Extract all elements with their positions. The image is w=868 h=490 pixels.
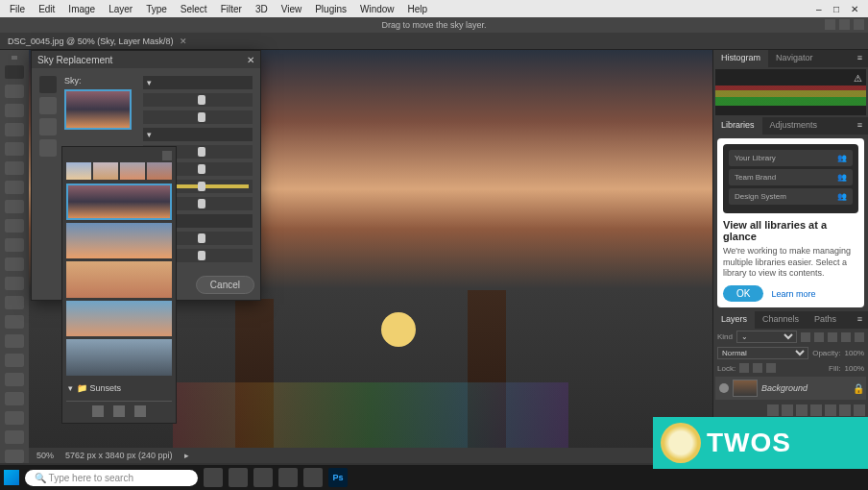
tab-histogram[interactable]: Histogram bbox=[713, 50, 768, 67]
menu-edit[interactable]: Edit bbox=[33, 2, 60, 16]
sky-preset-thumbnail[interactable] bbox=[64, 89, 132, 130]
healing-tool[interactable] bbox=[5, 200, 24, 213]
lock-position-icon[interactable] bbox=[753, 363, 762, 373]
learn-more-link[interactable]: Learn more bbox=[771, 289, 815, 299]
gear-icon[interactable] bbox=[162, 151, 172, 160]
preset-thumb[interactable] bbox=[120, 162, 145, 180]
eraser-tool[interactable] bbox=[5, 277, 24, 290]
filter-type-icon[interactable] bbox=[828, 332, 837, 342]
menu-image[interactable]: Image bbox=[62, 2, 101, 16]
tab-libraries[interactable]: Libraries bbox=[713, 117, 762, 135]
close-icon[interactable]: ✕ bbox=[247, 55, 254, 65]
blend-mode-select[interactable]: Normal bbox=[717, 347, 808, 359]
tab-layers[interactable]: Layers bbox=[713, 311, 755, 329]
menu-help[interactable]: Help bbox=[402, 2, 434, 16]
tab-paths[interactable]: Paths bbox=[807, 311, 844, 329]
history-brush-tool[interactable] bbox=[5, 257, 24, 271]
menu-3d[interactable]: 3D bbox=[250, 2, 274, 16]
close-document-icon[interactable]: ✕ bbox=[180, 37, 187, 46]
zoom-level[interactable]: 50% bbox=[36, 451, 54, 460]
document-tab[interactable]: DSC_0045.jpg @ 50% (Sky, Layer Mask/8) ✕ bbox=[0, 33, 868, 50]
filter-shape-icon[interactable] bbox=[841, 332, 851, 342]
preset-large-thumb[interactable] bbox=[66, 223, 172, 259]
preset-thumb[interactable] bbox=[93, 162, 118, 180]
eyedropper-tool[interactable] bbox=[5, 181, 24, 194]
move-tool[interactable] bbox=[5, 65, 24, 79]
filter-smart-icon[interactable] bbox=[855, 332, 864, 342]
adjustment-icon[interactable] bbox=[810, 404, 822, 416]
close-button[interactable]: ✕ bbox=[851, 4, 860, 13]
sky-brush-tool[interactable] bbox=[39, 97, 57, 114]
lasso-tool[interactable] bbox=[5, 104, 24, 117]
new-layer-icon[interactable] bbox=[839, 404, 851, 416]
path-tool[interactable] bbox=[5, 392, 24, 405]
menu-filter[interactable]: Filter bbox=[215, 2, 248, 16]
taskbar-photoshop-icon[interactable]: Ps bbox=[328, 468, 348, 487]
stamp-tool[interactable] bbox=[5, 238, 24, 252]
start-button[interactable] bbox=[4, 470, 19, 485]
filter-adjust-icon[interactable] bbox=[814, 332, 824, 342]
taskbar-app-icon[interactable] bbox=[278, 468, 298, 487]
share-icon[interactable] bbox=[825, 19, 835, 30]
new-preset-icon[interactable] bbox=[113, 405, 125, 417]
download-icon[interactable] bbox=[92, 405, 104, 417]
section-header[interactable]: ▾ bbox=[143, 76, 253, 89]
opacity-value[interactable]: 100% bbox=[845, 349, 864, 357]
mask-icon[interactable] bbox=[796, 404, 808, 416]
taskbar-app-icon[interactable] bbox=[229, 468, 248, 487]
menu-select[interactable]: Select bbox=[175, 2, 213, 16]
hand-tool[interactable] bbox=[5, 430, 24, 444]
menu-type[interactable]: Type bbox=[140, 2, 173, 16]
section-header[interactable]: ▾ bbox=[143, 128, 253, 141]
preset-thumb[interactable] bbox=[147, 162, 172, 180]
fill-value[interactable]: 100% bbox=[845, 364, 864, 373]
task-view-icon[interactable] bbox=[204, 468, 223, 487]
menu-file[interactable]: File bbox=[4, 2, 31, 16]
preset-large-thumb[interactable] bbox=[66, 339, 172, 376]
taskbar-search[interactable]: 🔍 Type here to search bbox=[25, 470, 198, 486]
menu-window[interactable]: Window bbox=[354, 2, 400, 16]
panel-menu-icon[interactable]: ≡ bbox=[852, 50, 868, 67]
dialog-titlebar[interactable]: Sky Replacement ✕ bbox=[32, 51, 260, 68]
lock-pixels-icon[interactable] bbox=[739, 363, 749, 373]
workspace-icon[interactable] bbox=[854, 19, 864, 30]
type-tool[interactable] bbox=[5, 373, 24, 386]
hand-tool-icon[interactable] bbox=[39, 118, 57, 135]
selection-tool[interactable] bbox=[5, 123, 24, 136]
preset-category[interactable]: 📁 Sunsets bbox=[66, 380, 172, 397]
menu-layer[interactable]: Layer bbox=[103, 2, 138, 16]
doc-info-chevron[interactable]: ▸ bbox=[184, 451, 189, 460]
shift-edge-slider[interactable] bbox=[143, 93, 253, 107]
filter-pixel-icon[interactable] bbox=[801, 332, 810, 342]
frame-tool[interactable] bbox=[5, 161, 24, 175]
cache-warning-icon[interactable]: ⚠ bbox=[854, 73, 862, 84]
lock-all-icon[interactable] bbox=[766, 363, 776, 373]
layer-thumbnail[interactable] bbox=[733, 380, 758, 397]
panel-menu-icon[interactable]: ≡ bbox=[852, 311, 868, 329]
tab-channels[interactable]: Channels bbox=[755, 311, 807, 329]
brush-tool[interactable] bbox=[5, 219, 24, 233]
group-icon[interactable] bbox=[825, 404, 836, 416]
taskbar-app-icon[interactable] bbox=[253, 468, 273, 487]
move-sky-tool[interactable] bbox=[39, 76, 57, 93]
crop-tool[interactable] bbox=[5, 142, 24, 156]
search-icon[interactable] bbox=[839, 19, 850, 30]
link-layers-icon[interactable] bbox=[767, 404, 779, 416]
marquee-tool[interactable] bbox=[5, 85, 24, 98]
fade-edge-slider[interactable] bbox=[143, 110, 253, 124]
shape-tool[interactable] bbox=[5, 411, 24, 425]
blur-tool[interactable] bbox=[5, 315, 24, 329]
zoom-tool-icon[interactable] bbox=[39, 139, 57, 157]
visibility-icon[interactable] bbox=[719, 383, 729, 393]
gradient-tool[interactable] bbox=[5, 296, 24, 309]
fx-icon[interactable] bbox=[782, 404, 793, 416]
panel-menu-icon[interactable]: ≡ bbox=[852, 117, 868, 135]
trash-icon[interactable] bbox=[134, 405, 146, 417]
menu-plugins[interactable]: Plugins bbox=[309, 2, 352, 16]
preset-large-thumb[interactable] bbox=[66, 184, 172, 220]
zoom-tool[interactable] bbox=[5, 450, 24, 463]
preset-thumb[interactable] bbox=[66, 162, 91, 180]
dodge-tool[interactable] bbox=[5, 334, 24, 348]
layer-filter-select[interactable]: ⌄ bbox=[736, 331, 797, 343]
maximize-button[interactable]: □ bbox=[833, 4, 843, 13]
